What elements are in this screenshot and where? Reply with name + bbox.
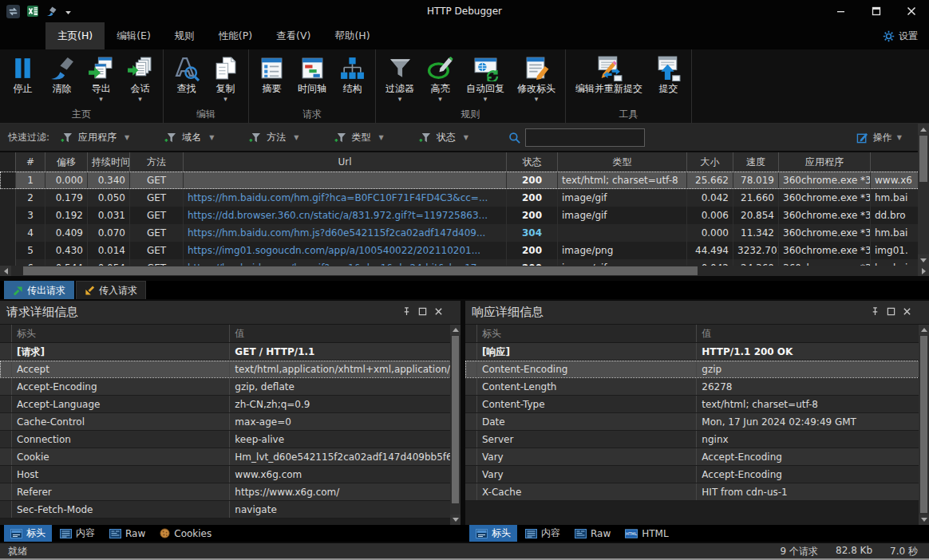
table-row[interactable]: 10.0000.340GET200text/html; charset=utf-… bbox=[0, 172, 929, 189]
horizontal-scroll-thumb[interactable] bbox=[23, 266, 698, 275]
settings-button[interactable]: 设置 bbox=[883, 22, 929, 49]
menu-tab-home[interactable]: 主页(H) bbox=[45, 22, 105, 49]
maximize-button[interactable] bbox=[859, 0, 894, 22]
column-header-method[interactable]: 方法 bbox=[130, 152, 184, 172]
ribbon-button-autoreply[interactable]: 自动回复▾ bbox=[460, 51, 511, 108]
excel-export-icon[interactable] bbox=[26, 5, 39, 18]
column-header-value[interactable]: 值 bbox=[696, 325, 929, 342]
response-tab-raw[interactable]: Raw bbox=[568, 525, 617, 542]
close-button[interactable] bbox=[894, 0, 929, 22]
ribbon-button-edit-resubmit[interactable]: 编辑并重新提交 bbox=[569, 51, 649, 108]
dropdown-caret-icon[interactable]: ▾ bbox=[535, 95, 539, 105]
ribbon-button-summary[interactable]: 摘要 bbox=[252, 51, 291, 108]
tab-outgoing-requests[interactable]: 传出请求 bbox=[4, 281, 74, 299]
maximize-panel-icon[interactable] bbox=[418, 307, 427, 318]
response-header-row[interactable]: Content-Length26278 bbox=[465, 378, 929, 396]
request-tab-raw[interactable]: Raw bbox=[103, 525, 152, 542]
scroll-down-arrow-icon[interactable] bbox=[450, 515, 461, 525]
request-header-row[interactable]: Sec-Fetch-Modenavigate bbox=[0, 501, 461, 519]
maximize-panel-icon[interactable] bbox=[887, 307, 895, 318]
toolbar-options-caret-icon[interactable] bbox=[65, 8, 72, 15]
filter-button-status[interactable]: 状态▼ bbox=[419, 131, 468, 144]
dropdown-caret-icon[interactable]: ▾ bbox=[99, 95, 103, 105]
ribbon-button-modify-headers[interactable]: 修改标头▾ bbox=[511, 51, 562, 108]
response-header-row[interactable]: Servernginx bbox=[465, 431, 929, 448]
request-header-row[interactable]: Hostwww.x6g.com bbox=[0, 466, 461, 483]
response-tab-content[interactable]: 内容 bbox=[519, 525, 567, 542]
column-header-duration[interactable]: 持续时间 bbox=[88, 152, 130, 172]
response-tab-html[interactable]: HTMLHTML bbox=[619, 525, 674, 542]
pin-icon[interactable] bbox=[402, 307, 411, 318]
scroll-down-arrow-icon[interactable] bbox=[919, 515, 929, 525]
response-header-row[interactable]: DateMon, 17 Jun 2024 02:49:49 GMT bbox=[465, 413, 929, 431]
column-header-value[interactable]: 值 bbox=[229, 325, 461, 342]
column-header-status[interactable]: 状态 bbox=[507, 152, 558, 172]
menu-tab-performance[interactable]: 性能(P) bbox=[207, 22, 264, 49]
scroll-up-arrow-icon[interactable] bbox=[450, 325, 461, 335]
column-header-name[interactable]: 标头 bbox=[12, 325, 229, 342]
column-header-size[interactable]: 大小 bbox=[687, 152, 733, 172]
clear-quick-icon[interactable] bbox=[45, 5, 58, 18]
filter-button-method[interactable]: 方法▼ bbox=[249, 131, 298, 144]
request-header-row[interactable]: Cache-Controlmax-age=0 bbox=[0, 413, 461, 431]
search-input[interactable] bbox=[525, 128, 645, 147]
menu-tab-view[interactable]: 查看(V) bbox=[264, 22, 322, 49]
request-header-row[interactable]: Connectionkeep-alive bbox=[0, 431, 461, 448]
main-horizontal-scrollbar[interactable] bbox=[0, 266, 929, 276]
response-panel-scrollbar[interactable] bbox=[919, 325, 929, 525]
response-header-row[interactable]: Content-Typetext/html; charset=utf-8 bbox=[465, 396, 929, 413]
ribbon-button-submit[interactable]: 提交 bbox=[649, 51, 688, 108]
actions-button[interactable]: 操作 ▼ bbox=[856, 131, 902, 144]
ribbon-button-session[interactable]: 会话▾ bbox=[121, 51, 160, 108]
menu-tab-rules[interactable]: 规则 bbox=[163, 22, 207, 49]
request-header-row[interactable]: [请求]GET / HTTP/1.1 bbox=[0, 343, 461, 361]
table-row[interactable]: 40.4090.070GEThttps://hm.baidu.com/hm.js… bbox=[0, 224, 929, 242]
request-header-row[interactable]: Refererhttps://www.x6g.com/ bbox=[0, 483, 461, 501]
ribbon-button-clear[interactable]: 清除 bbox=[42, 51, 81, 108]
table-row[interactable]: 30.1920.031GEThttps://dd.browser.360.cn/… bbox=[0, 207, 929, 224]
request-tab-content[interactable]: 内容 bbox=[53, 525, 101, 542]
response-header-row[interactable]: VaryAccept-Encoding bbox=[465, 448, 929, 466]
request-header-row[interactable]: Accept-Languagezh-CN,zh;q=0.9 bbox=[0, 396, 461, 413]
filter-button-app[interactable]: 应用程序▼ bbox=[61, 131, 129, 144]
menu-tab-edit[interactable]: 编辑(E) bbox=[105, 22, 163, 49]
close-panel-icon[interactable] bbox=[903, 307, 911, 318]
column-header-url[interactable]: Url bbox=[184, 152, 507, 172]
ribbon-button-find[interactable]: 查找 bbox=[167, 51, 206, 108]
tab-incoming-requests[interactable]: 传入请求 bbox=[76, 281, 146, 299]
ribbon-button-highlight[interactable]: 高亮▾ bbox=[421, 51, 460, 108]
request-tab-headers[interactable]: 标头 bbox=[4, 525, 52, 542]
ribbon-button-timeline[interactable]: 时间轴 bbox=[291, 51, 333, 108]
minimize-button[interactable] bbox=[824, 0, 859, 22]
filter-button-type[interactable]: 类型▼ bbox=[334, 131, 384, 144]
ribbon-button-structure[interactable]: 结构 bbox=[333, 51, 372, 108]
ribbon-button-stop[interactable]: 停止 bbox=[3, 51, 42, 108]
scroll-up-arrow-icon[interactable] bbox=[919, 325, 929, 335]
response-header-row[interactable]: [响应]HTTP/1.1 200 OK bbox=[465, 343, 929, 361]
request-panel-scrollbar[interactable] bbox=[450, 325, 461, 525]
column-header-name[interactable]: 标头 bbox=[477, 325, 696, 342]
scroll-up-arrow-icon[interactable] bbox=[918, 124, 929, 135]
table-row[interactable]: 50.4300.014GEThttps://img01.sogoucdn.com… bbox=[0, 242, 929, 259]
dropdown-caret-icon[interactable]: ▾ bbox=[484, 95, 488, 105]
scroll-down-arrow-icon[interactable] bbox=[918, 254, 929, 266]
column-header-app[interactable]: 应用程序 bbox=[779, 152, 871, 172]
request-header-row[interactable]: CookieHm_lvt_d60e542115f2ca02adf147d409b… bbox=[0, 448, 461, 466]
dropdown-caret-icon[interactable]: ▾ bbox=[223, 95, 227, 105]
request-header-row[interactable]: Accept-Encodinggzip, deflate bbox=[0, 378, 461, 396]
ribbon-button-filter[interactable]: 过滤器▾ bbox=[379, 51, 421, 108]
vertical-scroll-thumb[interactable] bbox=[919, 136, 927, 182]
horizontal-scroll-track[interactable] bbox=[11, 266, 918, 276]
close-panel-icon[interactable] bbox=[434, 307, 443, 318]
menu-tab-help[interactable]: 帮助(H) bbox=[322, 22, 381, 49]
column-header-type[interactable]: 类型 bbox=[558, 152, 687, 172]
table-row[interactable]: 60.5440.054GEThttps://hm.baidu.com/hm.gi… bbox=[0, 259, 929, 266]
table-row[interactable]: 20.1790.050GEThttps://hm.baidu.com/hm.gi… bbox=[0, 189, 929, 207]
filter-button-domain[interactable]: 域名▼ bbox=[164, 131, 214, 144]
scroll-thumb[interactable] bbox=[452, 336, 459, 503]
scroll-right-arrow-icon[interactable] bbox=[918, 266, 929, 276]
response-header-row[interactable]: VaryAccept-Encoding bbox=[465, 466, 929, 483]
dropdown-caret-icon[interactable]: ▾ bbox=[398, 95, 402, 105]
response-header-row[interactable]: X-CacheHIT from cdn-us-1 bbox=[465, 483, 929, 501]
main-vertical-scrollbar[interactable] bbox=[918, 124, 929, 266]
